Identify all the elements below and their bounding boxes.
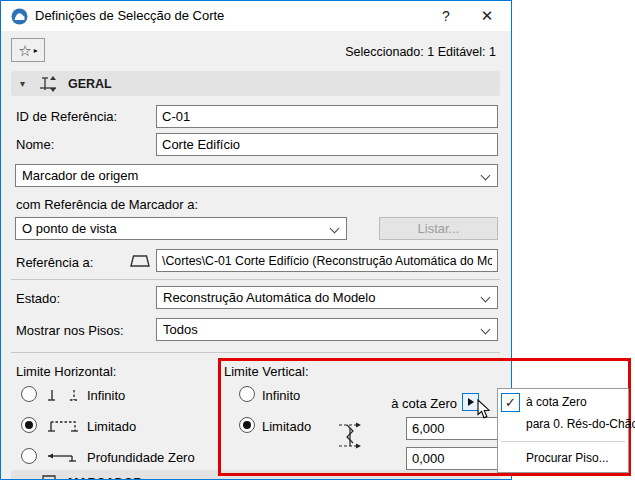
menu-item-label: para 0. Rés-do-Chão: [526, 417, 635, 431]
reference-to-label: Referência a:: [16, 255, 93, 270]
infinite-range-icon: [45, 386, 81, 404]
section-marker-icon: [38, 75, 60, 93]
marker-ref-dropdown[interactable]: O ponto de vista: [15, 217, 347, 240]
section-header-geral[interactable]: ▾ GERAL: [11, 71, 500, 96]
marker-type-value: Marcador de origem: [22, 168, 138, 183]
section-settings-dialog: Definições de Selecção de Corte ? ✕ ☆ ▸ …: [0, 0, 512, 480]
flyout-arrow-icon: ▸: [34, 46, 38, 55]
chevron-down-icon: [481, 293, 491, 303]
limited-range-icon: [45, 417, 81, 435]
radio-infinito-horizontal[interactable]: [21, 386, 37, 402]
reference-id-input[interactable]: [156, 105, 498, 128]
show-on-stories-label: Mostrar nos Pisos:: [16, 323, 124, 338]
folder-icon: [129, 250, 151, 269]
section-label: GERAL: [68, 77, 112, 91]
menu-item-label: à cota Zero: [526, 395, 587, 409]
section-label: MARCADOR: [68, 476, 142, 480]
menu-item-procurar-piso[interactable]: Procurar Piso...: [499, 447, 627, 469]
screenshot-stage: Definições de Selecção de Corte ? ✕ ☆ ▸ …: [0, 0, 635, 480]
star-icon: ☆: [18, 43, 31, 58]
menu-separator: [501, 441, 625, 442]
radio-limitado-horizontal[interactable]: [21, 417, 37, 433]
mouse-cursor-icon: [477, 399, 491, 420]
reference-path-field[interactable]: [156, 249, 498, 272]
bottom-elevation-input[interactable]: [406, 447, 498, 470]
chevron-down-icon: [481, 171, 491, 181]
dialog-title: Definições de Selecção de Corte: [35, 1, 224, 31]
marker-ref-label: com Referência de Marcador a:: [16, 197, 198, 212]
status-value: Reconstrução Automática do Modelo: [163, 290, 375, 305]
radio-limitado-vertical[interactable]: [239, 417, 255, 433]
show-on-stories-value: Todos: [163, 322, 198, 337]
help-button[interactable]: ?: [427, 1, 465, 31]
check-icon: ✓: [501, 393, 520, 412]
favorites-button[interactable]: ☆ ▸: [11, 38, 45, 62]
menu-item-cota-zero[interactable]: ✓ à cota Zero: [499, 391, 627, 413]
divider: [11, 352, 500, 353]
zero-depth-icon: [45, 448, 81, 466]
close-icon[interactable]: ✕: [465, 1, 509, 31]
id-label: ID de Referência:: [16, 109, 117, 124]
show-on-stories-dropdown[interactable]: Todos: [156, 318, 498, 341]
name-input[interactable]: [156, 133, 498, 156]
status-dropdown[interactable]: Reconstrução Automática do Modelo: [156, 286, 498, 309]
radio-label: Limitado: [87, 419, 136, 434]
radio-label: Profundidade Zero: [87, 450, 195, 465]
radio-label: Infinito: [87, 388, 125, 403]
title-bar[interactable]: Definições de Selecção de Corte ? ✕: [1, 1, 511, 31]
vertical-limit-icon: [337, 417, 367, 453]
radio-profundidade-zero[interactable]: [21, 448, 37, 464]
menu-item-res-do-chao[interactable]: para 0. Rés-do-Chão: [499, 413, 627, 435]
chevron-down-icon: [481, 325, 491, 335]
collapse-arrow-icon: ▾: [20, 78, 34, 89]
datum-label: à cota Zero: [373, 396, 457, 411]
name-label: Nome:: [16, 137, 54, 152]
top-elevation-input[interactable]: [406, 417, 498, 440]
section-header-marcador[interactable]: ▸ MARCADOR: [11, 470, 500, 480]
marker-type-dropdown[interactable]: Marcador de origem: [15, 164, 498, 187]
vertical-range-label: Limite Vertical:: [224, 364, 309, 379]
divider: [11, 279, 500, 280]
listar-button[interactable]: Listar...: [379, 217, 498, 240]
status-label: Estado:: [16, 291, 60, 306]
menu-item-label: Procurar Piso...: [526, 451, 609, 465]
chevron-down-icon: [330, 224, 340, 234]
marker-flag-icon: [38, 474, 60, 480]
radio-label: Limitado: [262, 419, 311, 434]
radio-infinito-vertical[interactable]: [239, 386, 255, 402]
datum-popup-menu: ✓ à cota Zero para 0. Rés-do-Chão Procur…: [497, 388, 629, 473]
horizontal-range-label: Limite Horizontal:: [16, 364, 116, 379]
marker-ref-value: O ponto de vista: [22, 221, 117, 236]
triangle-right-icon: [468, 398, 474, 406]
archicad-logo-icon: [11, 8, 28, 25]
selection-status: Seleccionado: 1 Editável: 1: [345, 45, 496, 59]
radio-label: Infinito: [262, 388, 300, 403]
